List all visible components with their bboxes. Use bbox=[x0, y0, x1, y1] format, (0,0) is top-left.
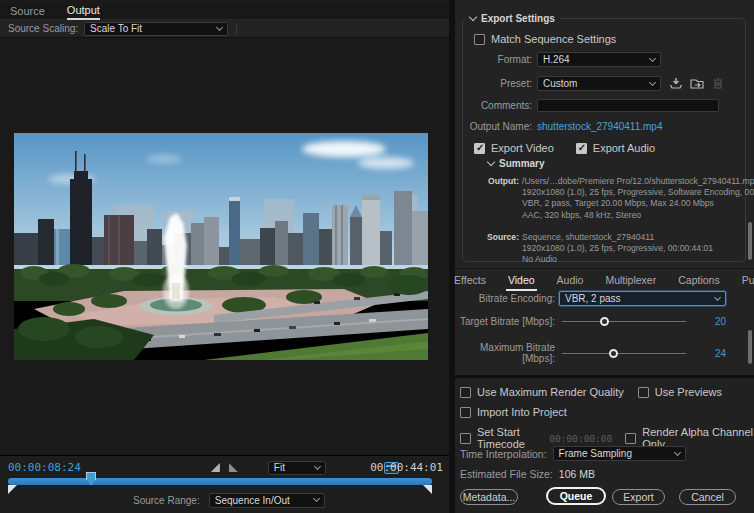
comments-label: Comments: bbox=[455, 100, 532, 111]
settings-tabs-panel: Effects Video Audio Multiplexer Captions… bbox=[455, 268, 754, 375]
use-previews-checkbox[interactable] bbox=[638, 387, 649, 398]
preview-panel: Source Output Source Scaling: Scale To F… bbox=[0, 0, 449, 513]
use-max-render-quality-checkbox[interactable] bbox=[460, 387, 471, 398]
bitrate-encoding-value: VBR, 2 pass bbox=[565, 293, 621, 304]
export-video-row[interactable]: Export Video bbox=[474, 142, 554, 154]
export-button[interactable]: Export bbox=[612, 489, 665, 505]
summary-header[interactable]: Summary bbox=[488, 158, 545, 169]
chevron-down-icon bbox=[313, 495, 320, 502]
summary-output-video: 1920x1080 (1.0), 25 fps, Progressive, So… bbox=[522, 187, 754, 198]
time-interpolation-value: Frame Sampling bbox=[559, 448, 632, 459]
preset-select[interactable]: Custom bbox=[537, 76, 661, 91]
export-settings-panel: Export Settings Match Sequence Settings … bbox=[455, 0, 754, 513]
target-bitrate-value[interactable]: 20 bbox=[700, 316, 726, 327]
summary-output-bitrate: VBR, 2 pass, Target 20.00 Mbps, Max 24.0… bbox=[522, 198, 754, 209]
summary-source-audio: No Audio bbox=[522, 254, 713, 265]
video-preview bbox=[14, 133, 428, 360]
summary-block: Output: /Users/…dobe/Premiere Pro/12.0/s… bbox=[475, 176, 733, 265]
chevron-down-icon bbox=[714, 293, 721, 300]
tab-audio[interactable]: Audio bbox=[555, 274, 586, 291]
maximum-bitrate-label: Maximum Bitrate [Mbps]: bbox=[455, 342, 555, 364]
zoom-level-value: Fit bbox=[274, 462, 285, 473]
cancel-button[interactable]: Cancel bbox=[679, 489, 736, 505]
tab-captions[interactable]: Captions bbox=[676, 274, 721, 291]
summary-title: Summary bbox=[499, 158, 545, 169]
chevron-down-icon bbox=[649, 78, 656, 85]
maximum-bitrate-value[interactable]: 24 bbox=[700, 348, 726, 359]
preset-value: Custom bbox=[543, 78, 577, 89]
source-scaling-label: Source Scaling: bbox=[8, 23, 78, 34]
tab-multiplexer[interactable]: Multiplexer bbox=[603, 274, 658, 291]
export-audio-label: Export Audio bbox=[593, 142, 655, 154]
source-range-select[interactable]: Sequence In/Out bbox=[209, 493, 325, 508]
output-name-link[interactable]: shutterstock_27940411.mp4 bbox=[537, 121, 662, 132]
set-in-point-icon[interactable] bbox=[211, 463, 220, 472]
export-settings-header[interactable]: Export Settings bbox=[465, 13, 560, 24]
zoom-level-select[interactable]: Fit bbox=[268, 461, 326, 475]
divider bbox=[236, 23, 237, 35]
slider-knob[interactable] bbox=[609, 349, 618, 358]
target-bitrate-slider[interactable] bbox=[562, 317, 686, 326]
preset-label: Preset: bbox=[455, 78, 532, 89]
preview-tab-bar: Source Output bbox=[0, 4, 449, 20]
format-select[interactable]: H.264 bbox=[537, 52, 661, 67]
import-preset-icon[interactable] bbox=[690, 77, 704, 90]
import-into-project-row[interactable]: Import Into Project bbox=[460, 406, 567, 418]
chevron-down-icon bbox=[649, 54, 656, 61]
delete-preset-icon bbox=[711, 77, 725, 90]
slider-knob[interactable] bbox=[600, 317, 609, 326]
set-out-point-icon[interactable] bbox=[229, 463, 238, 472]
transport-bar: 00:00:08:24 Fit 00:00:44:01 Source Range… bbox=[0, 455, 449, 513]
export-audio-row[interactable]: Export Audio bbox=[576, 142, 655, 154]
source-range-label: Source Range: bbox=[133, 495, 200, 506]
video-preview-area bbox=[0, 38, 449, 455]
summary-output-label: Output: bbox=[475, 176, 519, 221]
tab-effects[interactable]: Effects bbox=[452, 274, 488, 291]
comments-input[interactable] bbox=[537, 99, 719, 112]
slider-track bbox=[562, 321, 686, 322]
source-range-value: Sequence In/Out bbox=[215, 495, 290, 506]
current-timecode: 00:00:08:24 bbox=[8, 461, 81, 474]
file-size-label: Estimated File Size: bbox=[460, 468, 553, 480]
chevron-down-icon bbox=[216, 23, 223, 30]
chevron-down-icon bbox=[314, 462, 321, 469]
match-sequence-label: Match Sequence Settings bbox=[491, 33, 616, 45]
summary-output-audio: AAC, 320 kbps, 48 kHz, Stereo bbox=[522, 210, 754, 221]
render-alpha-checkbox[interactable] bbox=[625, 433, 636, 444]
bitrate-encoding-select[interactable]: VBR, 2 pass bbox=[559, 291, 726, 306]
timeline-scrubber[interactable] bbox=[8, 478, 432, 485]
use-previews-label: Use Previews bbox=[655, 386, 722, 398]
source-scaling-value: Scale To Fit bbox=[90, 23, 142, 34]
video-frame-image bbox=[14, 133, 428, 360]
queue-button[interactable]: Queue bbox=[546, 487, 606, 505]
scrollbar-thumb[interactable] bbox=[748, 330, 752, 364]
tab-video[interactable]: Video bbox=[506, 274, 537, 291]
slider-track bbox=[562, 353, 686, 354]
use-previews-row[interactable]: Use Previews bbox=[638, 386, 722, 398]
bitrate-encoding-label: Bitrate Encoding: bbox=[455, 293, 555, 304]
tab-publish[interactable]: Publish bbox=[740, 274, 754, 291]
export-audio-checkbox[interactable] bbox=[576, 143, 587, 154]
scrollbar-thumb[interactable] bbox=[748, 222, 752, 260]
tab-output[interactable]: Output bbox=[67, 4, 100, 20]
summary-source-video: 1920x1080 (1.0), 25 fps, Progressive, 00… bbox=[522, 243, 713, 254]
use-max-render-quality-row[interactable]: Use Maximum Render Quality bbox=[460, 386, 624, 398]
source-scaling-select[interactable]: Scale To Fit bbox=[84, 22, 228, 36]
metadata-button[interactable]: Metadata... bbox=[460, 489, 518, 505]
match-sequence-checkbox[interactable] bbox=[474, 34, 485, 45]
export-video-checkbox[interactable] bbox=[474, 143, 485, 154]
save-preset-icon[interactable] bbox=[669, 77, 683, 90]
match-sequence-settings-row[interactable]: Match Sequence Settings bbox=[474, 33, 616, 45]
import-into-project-label: Import Into Project bbox=[477, 406, 567, 418]
import-into-project-checkbox[interactable] bbox=[460, 407, 471, 418]
maximum-bitrate-slider[interactable] bbox=[562, 349, 686, 358]
file-size-value: 106 MB bbox=[559, 468, 595, 480]
tab-source[interactable]: Source bbox=[10, 5, 45, 19]
target-bitrate-label: Target Bitrate [Mbps]: bbox=[455, 316, 555, 327]
summary-source-label: Source: bbox=[475, 232, 519, 266]
time-interpolation-select[interactable]: Frame Sampling bbox=[553, 446, 686, 461]
set-start-timecode-checkbox[interactable] bbox=[460, 433, 471, 444]
source-scaling-row: Source Scaling: Scale To Fit bbox=[0, 20, 449, 38]
export-settings-title: Export Settings bbox=[481, 13, 555, 24]
collapse-chevron-icon bbox=[487, 158, 495, 166]
